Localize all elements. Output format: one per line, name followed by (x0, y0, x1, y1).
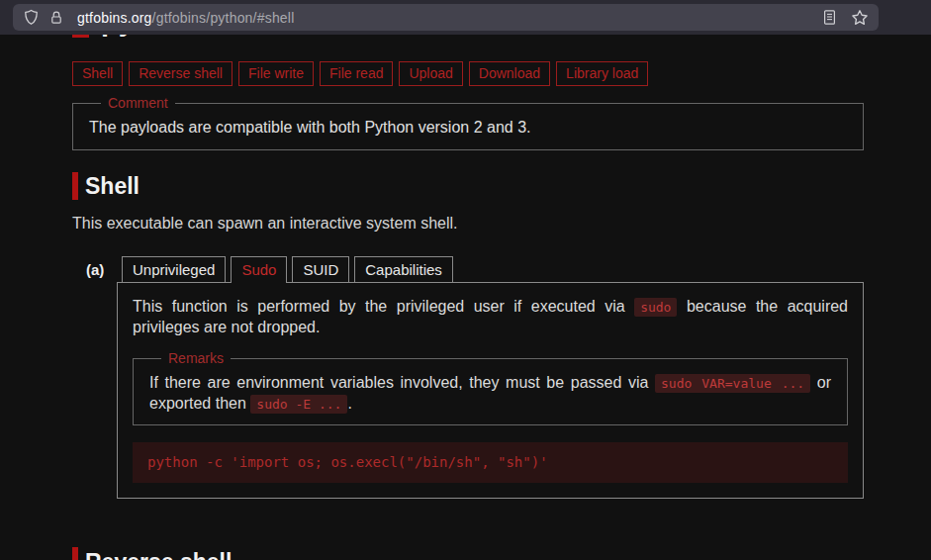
lock-icon[interactable] (48, 10, 64, 26)
reverse-shell-section-heading: Reverse shell (72, 547, 232, 560)
url-text[interactable]: gtfobins.org/gtfobins/python/#shell (77, 10, 294, 26)
function-tags: Shell Reverse shell File write File read… (72, 61, 864, 86)
example-label: (a) (72, 256, 117, 278)
example-body: Unprivileged Sudo SUID Capabilities This… (117, 256, 864, 499)
comment-legend: Comment (101, 95, 175, 111)
reader-mode-icon[interactable] (822, 9, 837, 26)
browser-toolbar: gtfobins.org/gtfobins/python/#shell (0, 0, 931, 35)
shell-description: This executable can spawn an interactive… (72, 215, 864, 233)
shell-example: (a) Unprivileged Sudo SUID Capabilities … (72, 256, 864, 499)
comment-text: The payloads are compatible with both Py… (89, 118, 847, 138)
panel-text-before: This function is performed by the privil… (133, 298, 625, 315)
inline-code-sudo-var: sudo VAR=value ... (655, 374, 810, 393)
tag-file-read[interactable]: File read (320, 61, 393, 86)
context-tabs: Unprivileged Sudo SUID Capabilities (117, 256, 864, 282)
tab-suid[interactable]: SUID (292, 256, 349, 282)
inline-code-sudo-e: sudo -E ... (250, 395, 347, 414)
tag-shell[interactable]: Shell (72, 61, 123, 86)
tag-library-load[interactable]: Library load (556, 61, 648, 86)
bookmark-star-icon[interactable] (851, 9, 869, 27)
tab-unprivileged[interactable]: Unprivileged (122, 256, 226, 282)
url-domain: gtfobins.org (77, 10, 152, 26)
page-content: Shell Reverse shell File write File read… (0, 35, 931, 499)
browser-window: python gtfobins.org/gtfobins/python/#she… (0, 0, 931, 560)
comment-fieldset: Comment The payloads are compatible with… (72, 95, 864, 150)
inline-code-sudo: sudo (634, 298, 677, 317)
tab-sudo[interactable]: Sudo (231, 256, 287, 283)
shield-icon[interactable] (23, 9, 40, 26)
tag-download[interactable]: Download (469, 61, 550, 86)
remarks-legend: Remarks (161, 350, 231, 366)
tab-capabilities[interactable]: Capabilities (354, 256, 453, 282)
payload-code: python -c 'import os; os.execl("/bin/sh"… (147, 454, 548, 470)
sudo-panel-text: This function is performed by the privil… (133, 297, 848, 337)
tag-file-write[interactable]: File write (238, 61, 314, 86)
url-path: /gtfobins/python/#shell (152, 10, 295, 26)
payload-code-block[interactable]: python -c 'import os; os.execl("/bin/sh"… (133, 442, 848, 483)
url-bar[interactable]: gtfobins.org/gtfobins/python/#shell (13, 4, 879, 31)
remarks-fieldset: Remarks If there are environment variabl… (133, 350, 848, 425)
remarks-text: If there are environment variables invol… (149, 373, 831, 415)
tag-reverse-shell[interactable]: Reverse shell (129, 61, 233, 86)
sudo-tab-panel: This function is performed by the privil… (117, 282, 864, 499)
shell-section-heading: Shell (72, 172, 864, 200)
remarks-text-1: If there are environment variables invol… (149, 374, 648, 391)
tag-upload[interactable]: Upload (399, 61, 462, 86)
remarks-text-3: . (347, 395, 351, 412)
